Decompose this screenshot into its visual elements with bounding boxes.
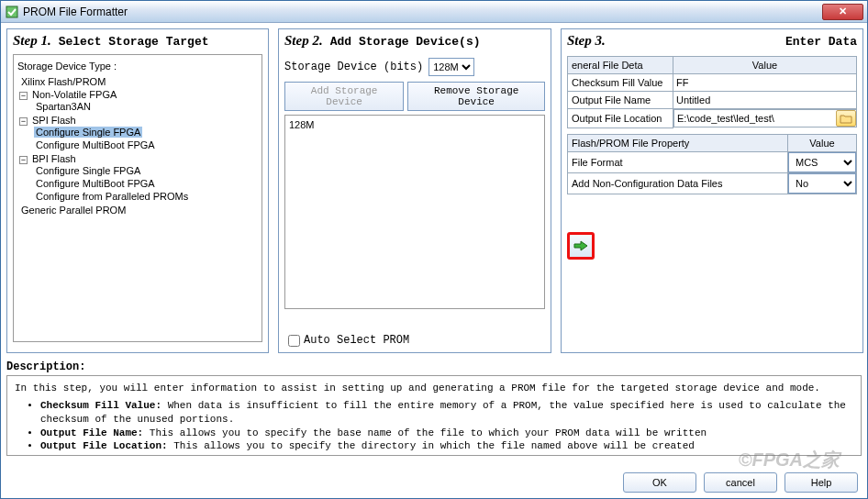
tree-item[interactable]: Configure MultiBoot FPGA <box>34 139 258 151</box>
next-step2-button[interactable] <box>567 232 595 260</box>
storage-size-select[interactable]: 128M <box>428 58 474 76</box>
tree-label-nonvolatile[interactable]: Non-Volatile FPGA <box>30 89 118 100</box>
description-section: Description: In this step, you will ente… <box>6 360 862 456</box>
tree-item[interactable]: −Non-Volatile FPGA Spartan3AN <box>19 88 258 114</box>
arrow-right-icon <box>573 239 588 252</box>
tree-label-xilinx[interactable]: Xilinx Flash/PROM <box>19 76 107 87</box>
tree-panel: Storage Device Type : Xilinx Flash/PROM … <box>13 54 262 342</box>
col-header: Flash/PROM File Property <box>568 134 788 151</box>
general-file-table: eneral File DetaValue Checksum Fill Valu… <box>567 56 857 128</box>
checksum-fill-input[interactable] <box>673 74 856 91</box>
step1-title: Select Storage Target <box>59 35 209 49</box>
step1-num: Step 1. <box>13 33 51 49</box>
tree-label-generic[interactable]: Generic Parallel PROM <box>19 205 128 216</box>
step2-num: Step 2. <box>284 33 323 49</box>
step3-panel: Step 3. Enter Data eneral File DetaValue… <box>561 28 863 353</box>
tree-item[interactable]: Configure Single FPGA <box>34 126 258 139</box>
step1-header: Step 1. Select Storage Target <box>7 29 268 52</box>
description-item: File Format: PROM files can be generated… <box>40 453 853 456</box>
collapse-icon[interactable]: − <box>19 92 28 100</box>
folder-icon <box>840 114 852 124</box>
auto-select-checkbox[interactable] <box>288 335 300 347</box>
device-tree[interactable]: Xilinx Flash/PROM −Non-Volatile FPGA Spa… <box>17 75 258 216</box>
content: Step 1. Select Storage Target Storage De… <box>1 23 867 498</box>
step2-header: Step 2. Add Storage Device(s) <box>279 29 551 52</box>
prop-key: Output File Name <box>568 92 673 109</box>
storage-list[interactable]: 128M <box>284 115 545 309</box>
step3-num: Step 3. <box>567 33 606 49</box>
browse-button[interactable] <box>836 110 856 127</box>
output-file-name-input[interactable] <box>673 92 856 108</box>
description-intro: In this step, you will enter information… <box>15 382 853 395</box>
prop-key: Add Non-Configuration Data Files <box>568 172 788 194</box>
col-header: eneral File Deta <box>568 57 673 74</box>
col-header: Value <box>673 57 857 74</box>
add-nonconfig-select[interactable]: No <box>788 173 856 194</box>
file-format-select[interactable]: MCS <box>788 152 856 172</box>
tree-item[interactable]: −SPI Flash Configure Single FPGA Configu… <box>19 114 258 152</box>
tree-label-bpi-single[interactable]: Configure Single FPGA <box>34 165 142 176</box>
step2-panel: Step 2. Add Storage Device(s) Storage De… <box>278 28 551 353</box>
step3-header: Step 3. Enter Data <box>562 29 862 52</box>
window-title: PROM File Formatter <box>23 6 822 18</box>
step2-title: Add Storage Device(s) <box>330 35 481 49</box>
description-label: Description: <box>6 360 862 375</box>
tree-item[interactable]: Spartan3AN <box>34 100 258 113</box>
description-box[interactable]: In this step, you will enter information… <box>6 375 862 456</box>
prop-key: Output File Location <box>568 109 673 128</box>
svg-rect-0 <box>6 6 17 17</box>
description-item: Output File Location: This allows you to… <box>40 439 853 453</box>
step3-body: eneral File DetaValue Checksum Fill Valu… <box>562 52 862 200</box>
app-icon <box>5 5 19 19</box>
tree-label-spartan3an[interactable]: Spartan3AN <box>34 101 93 112</box>
help-button[interactable]: Help <box>785 472 858 493</box>
auto-select-label: Auto Select PROM <box>304 334 409 347</box>
tree-label-bpi-parallel[interactable]: Configure from Paralleled PROMs <box>34 191 190 202</box>
tree-label-bpi-multi[interactable]: Configure MultiBoot FPGA <box>34 178 157 189</box>
tree-item[interactable]: Xilinx Flash/PROM <box>19 75 258 88</box>
tree-item[interactable]: Generic Parallel PROM <box>19 204 258 216</box>
prop-key: Checksum Fill Value <box>568 74 673 92</box>
tree-item[interactable]: Configure Single FPGA <box>34 164 258 177</box>
ok-button[interactable]: OK <box>623 472 696 493</box>
close-icon: ✕ <box>839 6 847 17</box>
description-item: Output File Name: This allows you to spe… <box>40 427 853 440</box>
tree-label-spi-multi[interactable]: Configure MultiBoot FPGA <box>34 139 157 150</box>
collapse-icon[interactable]: − <box>19 117 28 126</box>
close-button[interactable]: ✕ <box>822 4 863 20</box>
storage-size-label: Storage Device (bits) <box>284 61 423 73</box>
step2-body: Storage Device (bits) 128M Add Storage D… <box>279 52 551 315</box>
list-item[interactable]: 128M <box>289 119 540 130</box>
cancel-button[interactable]: cancel <box>704 472 777 493</box>
add-storage-button: Add Storage Device <box>284 82 404 111</box>
step3-title: Enter Data <box>785 35 857 49</box>
window: PROM File Formatter ✕ Step 1. Select Sto… <box>0 0 868 499</box>
tree-item[interactable]: Configure from Paralleled PROMs <box>34 190 258 203</box>
step1-panel: Step 1. Select Storage Target Storage De… <box>6 28 269 353</box>
tree-header: Storage Device Type : <box>17 59 258 75</box>
description-item: Checksum Fill Value: When data is insuff… <box>40 399 853 427</box>
dialog-buttons: OK cancel Help <box>623 472 858 493</box>
prop-key: File Format <box>568 151 788 172</box>
steps-row: Step 1. Select Storage Target Storage De… <box>1 23 867 353</box>
tree-label-bpi[interactable]: BPI Flash <box>30 153 78 164</box>
tree-label-spi[interactable]: SPI Flash <box>30 115 78 126</box>
remove-storage-button[interactable]: Remove Storage Device <box>407 82 545 111</box>
collapse-icon[interactable]: − <box>19 156 28 164</box>
titlebar: PROM File Formatter ✕ <box>1 1 867 23</box>
output-file-location-input[interactable] <box>674 110 836 127</box>
flash-prom-property-table: Flash/PROM File PropertyValue File Forma… <box>567 134 857 194</box>
col-header: Value <box>788 134 857 151</box>
tree-label-spi-single[interactable]: Configure Single FPGA <box>34 127 142 138</box>
tree-item[interactable]: Configure MultiBoot FPGA <box>34 177 258 190</box>
tree-item[interactable]: −BPI Flash Configure Single FPGA Configu… <box>19 152 258 204</box>
